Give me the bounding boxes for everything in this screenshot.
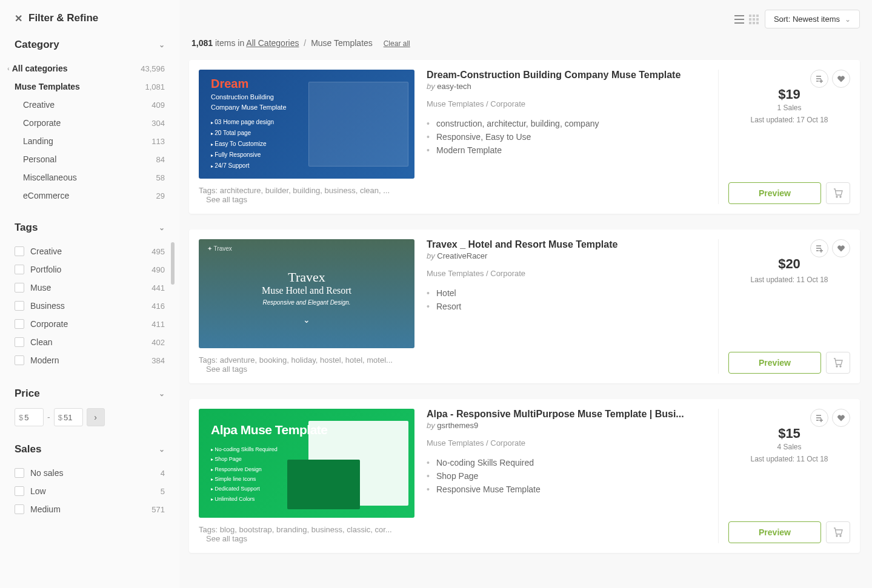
chevron-down-icon: ⌄ [159, 41, 165, 49]
svg-point-32 [840, 535, 841, 537]
chevron-down-icon: ⌄ [159, 445, 165, 454]
category-section-toggle[interactable]: Category ⌄ [15, 39, 165, 51]
sales-list: No sales4Low5Medium571 [15, 464, 165, 518]
svg-point-18 [840, 196, 841, 197]
clear-all-link[interactable]: Clear all [384, 39, 410, 48]
svg-point-31 [836, 535, 837, 537]
tag-filter-item[interactable]: Clean402 [15, 333, 165, 351]
checkbox[interactable] [15, 283, 24, 292]
add-to-collection-icon[interactable] [810, 409, 828, 427]
price-min-input[interactable]: $5 [15, 408, 44, 426]
add-to-cart-button[interactable] [826, 182, 850, 204]
add-to-collection-icon[interactable] [810, 70, 828, 88]
preview-button[interactable]: Preview [728, 182, 821, 204]
category-item[interactable]: Personal84 [23, 150, 165, 168]
tag-filter-item[interactable]: Muse441 [15, 279, 165, 297]
item-thumbnail[interactable]: ✦ TravexTravexMuse Hotel and ResortRespo… [199, 239, 414, 348]
item-author: by gsrthemes9 [427, 421, 706, 430]
item-author: by CreativeRacer [427, 251, 706, 260]
price-apply-button[interactable]: › [87, 408, 105, 426]
category-all[interactable]: ‹All categories 43,596 [15, 59, 165, 78]
tags-line: Tags: blog, bootstrap, branding, busines… [199, 525, 414, 543]
item-title[interactable]: Travex _ Hotel and Resort Muse Template [427, 239, 706, 250]
checkbox[interactable] [15, 265, 24, 274]
item-price: $15 [778, 426, 800, 441]
see-all-tags-link[interactable]: See all tags [206, 365, 247, 374]
list-view-icon[interactable] [734, 15, 744, 24]
preview-button[interactable]: Preview [728, 352, 821, 374]
item-features: HotelResort [427, 286, 706, 313]
close-icon[interactable]: ✕ [15, 13, 22, 24]
item-card: ✦ TravexTravexMuse Hotel and ResortRespo… [189, 230, 860, 383]
checkbox[interactable] [15, 504, 24, 514]
tag-filter-item[interactable]: Portfolio490 [15, 260, 165, 279]
item-category: Muse Templates / Corporate [427, 99, 706, 108]
category-item[interactable]: Miscellaneous58 [23, 168, 165, 187]
category-item[interactable]: Corporate304 [23, 114, 165, 132]
see-all-tags-link[interactable]: See all tags [206, 195, 247, 204]
favorite-icon[interactable] [832, 70, 850, 88]
svg-rect-10 [753, 22, 755, 24]
checkbox[interactable] [15, 246, 24, 256]
item-category: Muse Templates / Corporate [427, 438, 706, 448]
item-updated: Last updated: 11 Oct 18 [750, 455, 828, 463]
breadcrumb-all-categories[interactable]: All Categories [246, 38, 299, 48]
tag-filter-item[interactable]: Modern384 [15, 351, 165, 369]
checkbox[interactable] [15, 337, 24, 347]
item-updated: Last updated: 11 Oct 18 [750, 276, 828, 284]
svg-rect-8 [756, 18, 759, 21]
category-item[interactable]: eCommerce29 [23, 187, 165, 205]
grid-view-icon[interactable] [749, 15, 759, 24]
tags-list: Creative495Portfolio490Muse441Business41… [15, 242, 165, 369]
checkbox[interactable] [15, 468, 24, 478]
item-features: No-coding Skills RequiredShop PageRespon… [427, 456, 706, 496]
checkbox[interactable] [15, 301, 24, 311]
sales-filter-item[interactable]: Low5 [15, 482, 165, 500]
item-card: DreamConstruction BuildingCompany Muse T… [189, 60, 860, 214]
sort-dropdown[interactable]: Sort: Newest items ⌄ [765, 10, 860, 28]
checkbox[interactable] [15, 355, 24, 365]
favorite-icon[interactable] [832, 409, 850, 427]
category-item[interactable]: Landing113 [23, 132, 165, 150]
svg-rect-4 [753, 15, 755, 17]
svg-rect-2 [734, 22, 744, 24]
filter-header: ✕ Filter & Refine [15, 12, 165, 24]
tag-filter-item[interactable]: Creative495 [15, 242, 165, 260]
svg-point-25 [840, 366, 841, 367]
item-title[interactable]: Dream-Construction Building Company Muse… [427, 70, 706, 81]
checkbox[interactable] [15, 486, 24, 496]
item-features: construction, architectur, building, com… [427, 117, 706, 157]
category-current[interactable]: Muse Templates 1,081 [15, 78, 165, 96]
price-section-toggle[interactable]: Price ⌄ [15, 388, 165, 400]
svg-rect-9 [749, 22, 751, 24]
favorite-icon[interactable] [832, 239, 850, 257]
sales-filter-item[interactable]: Medium571 [15, 500, 165, 518]
category-list: ‹All categories 43,596 Muse Templates 1,… [15, 59, 165, 205]
tag-filter-item[interactable]: Business416 [15, 297, 165, 315]
see-all-tags-link[interactable]: See all tags [206, 534, 247, 543]
chevron-down-icon: ⌄ [159, 389, 165, 398]
svg-point-24 [836, 366, 837, 367]
checkbox[interactable] [15, 319, 24, 329]
svg-rect-7 [753, 18, 755, 21]
add-to-cart-button[interactable] [826, 521, 850, 543]
svg-point-17 [836, 196, 837, 197]
sales-section-toggle[interactable]: Sales ⌄ [15, 443, 165, 455]
preview-button[interactable]: Preview [728, 521, 821, 543]
tag-filter-item[interactable]: Corporate411 [15, 315, 165, 333]
item-updated: Last updated: 17 Oct 18 [750, 116, 828, 124]
add-to-collection-icon[interactable] [810, 239, 828, 257]
sales-filter-item[interactable]: No sales4 [15, 464, 165, 482]
view-toggle [734, 15, 759, 24]
add-to-cart-button[interactable] [826, 352, 850, 374]
price-max-input[interactable]: $51 [54, 408, 83, 426]
scrollbar[interactable] [171, 242, 175, 285]
item-thumbnail[interactable]: Alpa Muse TemplateNo-coding Skills Requi… [199, 409, 414, 518]
category-item[interactable]: Creative409 [23, 96, 165, 114]
item-author: by easy-tech [427, 82, 706, 91]
item-title[interactable]: Alpa - Responsive MultiPurpose Muse Temp… [427, 409, 706, 420]
item-price: $20 [778, 256, 800, 272]
svg-rect-5 [756, 15, 759, 17]
item-thumbnail[interactable]: DreamConstruction BuildingCompany Muse T… [199, 70, 414, 179]
tags-section-toggle[interactable]: Tags ⌄ [15, 222, 165, 234]
